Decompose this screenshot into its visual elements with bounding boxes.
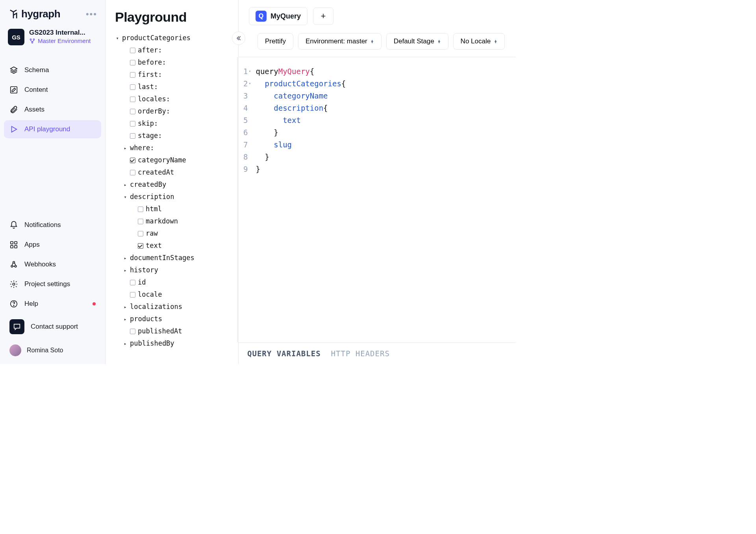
- explorer-field-createdby[interactable]: ▸createdBy: [115, 179, 232, 191]
- code-line[interactable]: }: [256, 163, 346, 175]
- edit-icon: [9, 86, 18, 94]
- nav-notifications[interactable]: Notifications: [4, 216, 101, 234]
- svg-point-9: [15, 265, 17, 267]
- explorer-field-products[interactable]: ▸products: [115, 313, 232, 325]
- code-lines[interactable]: query MyQuery { productCategories { cate…: [256, 65, 346, 342]
- checkbox-icon[interactable]: [130, 158, 135, 163]
- nav-settings[interactable]: Project settings: [4, 275, 101, 293]
- tab-http-headers[interactable]: HTTP HEADERS: [331, 349, 390, 358]
- code-line[interactable]: }: [256, 126, 346, 138]
- prettify-button[interactable]: Prettify: [258, 33, 293, 50]
- user-menu[interactable]: Romina Soto: [4, 340, 101, 360]
- svg-point-1: [33, 39, 34, 40]
- notification-dot-icon: [93, 302, 96, 305]
- explorer-field-raw[interactable]: raw: [115, 227, 232, 240]
- checkbox-icon[interactable]: [130, 60, 135, 65]
- checkbox-icon[interactable]: [130, 292, 135, 298]
- explorer-field-localizations[interactable]: ▸localizations: [115, 301, 232, 313]
- checkbox-icon[interactable]: [130, 97, 135, 102]
- code-editor[interactable]: 1▾2▾3 4 5 6 7 8 9 query MyQuery { produc…: [237, 57, 516, 342]
- explorer-field-productcategories[interactable]: ▾productCategories: [115, 32, 232, 44]
- explorer-field-first[interactable]: first:: [115, 69, 232, 81]
- tab-query-variables[interactable]: QUERY VARIABLES: [247, 349, 321, 358]
- explorer-field-markdown[interactable]: markdown: [115, 215, 232, 227]
- explorer-field-last[interactable]: last:: [115, 81, 232, 93]
- sort-icon: ▲▼: [371, 40, 374, 43]
- code-line[interactable]: query MyQuery {: [256, 65, 346, 77]
- checkbox-icon[interactable]: [130, 48, 135, 53]
- line-number: 9: [243, 163, 251, 175]
- line-number: 8: [243, 151, 251, 163]
- checkbox-icon[interactable]: [138, 219, 143, 224]
- nav-schema[interactable]: Schema: [4, 61, 101, 79]
- nav-secondary: Notifications Apps Webhooks Project sett…: [4, 216, 101, 360]
- nav-content[interactable]: Content: [4, 81, 101, 99]
- code-line[interactable]: }: [256, 151, 346, 163]
- explorer-field-skip[interactable]: skip:: [115, 117, 232, 130]
- explorer-field-stage[interactable]: stage:: [115, 130, 232, 142]
- chevron-right-icon: ▸: [123, 146, 128, 151]
- explorer-field-after[interactable]: after:: [115, 44, 232, 56]
- explorer-field-id[interactable]: id: [115, 276, 232, 288]
- nav-assets[interactable]: Assets: [4, 100, 101, 119]
- checkbox-icon[interactable]: [130, 84, 135, 90]
- brand-menu-icon[interactable]: •••: [86, 9, 97, 19]
- explorer-tree: ▾productCategoriesafter:before:first:las…: [115, 32, 232, 350]
- nav-help[interactable]: Help: [4, 295, 101, 313]
- explorer-field-publishedby[interactable]: ▸publishedBy: [115, 337, 232, 350]
- line-number: 5: [243, 114, 251, 126]
- checkbox-icon[interactable]: [130, 329, 135, 334]
- code-line[interactable]: categoryName: [256, 89, 346, 102]
- explorer-field-description[interactable]: ▾description: [115, 191, 232, 203]
- add-tab-button[interactable]: +: [313, 7, 334, 25]
- checkbox-icon[interactable]: [130, 170, 135, 175]
- explorer-field-locale[interactable]: locale: [115, 288, 232, 301]
- checkbox-icon[interactable]: [130, 72, 135, 78]
- collapse-explorer-button[interactable]: [232, 32, 245, 45]
- project-environment[interactable]: Master Environment: [29, 37, 91, 44]
- checkbox-icon[interactable]: [138, 231, 143, 236]
- checkbox-icon[interactable]: [130, 280, 135, 285]
- nav-contact-support[interactable]: Contact support: [4, 314, 101, 339]
- checkbox-icon[interactable]: [138, 207, 143, 212]
- nav-webhooks[interactable]: Webhooks: [4, 255, 101, 274]
- chevron-right-icon: ▸: [123, 317, 128, 322]
- project-switcher[interactable]: GS GS2023 Internal... Master Environment: [4, 24, 101, 50]
- nav-apps[interactable]: Apps: [4, 236, 101, 254]
- help-icon: [9, 300, 18, 308]
- fold-icon[interactable]: ▾: [248, 81, 251, 86]
- svg-rect-5: [15, 242, 17, 244]
- locale-select[interactable]: No Locale ▲▼: [453, 33, 505, 50]
- query-tab-active[interactable]: Q MyQuery: [249, 7, 308, 25]
- explorer-field-locales[interactable]: locales:: [115, 93, 232, 105]
- stage-select[interactable]: Default Stage ▲▼: [386, 33, 448, 50]
- code-line[interactable]: description {: [256, 102, 346, 114]
- explorer-field-text[interactable]: text: [115, 240, 232, 252]
- code-line[interactable]: slug: [256, 138, 346, 151]
- code-line[interactable]: text: [256, 114, 346, 126]
- explorer-field-createdat[interactable]: createdAt: [115, 166, 232, 179]
- checkbox-icon[interactable]: [130, 121, 135, 127]
- explorer-field-history[interactable]: ▸history: [115, 264, 232, 276]
- nav-api-playground[interactable]: API playground: [4, 120, 101, 138]
- checkbox-icon[interactable]: [138, 243, 143, 249]
- explorer-field-html[interactable]: html: [115, 203, 232, 215]
- brand-logo[interactable]: hygraph: [8, 8, 60, 20]
- environment-select[interactable]: Environment: master ▲▼: [298, 33, 382, 50]
- editor-panel: Q MyQuery + Prettify Environment: master…: [239, 0, 516, 364]
- user-name: Romina Soto: [27, 347, 63, 354]
- code-line[interactable]: productCategories {: [256, 77, 346, 89]
- fold-icon[interactable]: ▾: [248, 69, 251, 73]
- explorer-field-before[interactable]: before:: [115, 56, 232, 69]
- project-name: GS2023 Internal...: [29, 29, 91, 37]
- checkbox-icon[interactable]: [130, 133, 135, 139]
- explorer-field-categoryname[interactable]: categoryName: [115, 154, 232, 166]
- explorer-field-where[interactable]: ▸where:: [115, 142, 232, 154]
- line-number: 6: [243, 126, 251, 138]
- sort-icon: ▲▼: [437, 40, 441, 43]
- checkbox-icon[interactable]: [130, 109, 135, 114]
- explorer-field-publishedat[interactable]: publishedAt: [115, 325, 232, 337]
- page-title: Playground: [115, 9, 232, 25]
- explorer-field-orderby[interactable]: orderBy:: [115, 105, 232, 117]
- explorer-field-documentinstages[interactable]: ▸documentInStages: [115, 252, 232, 264]
